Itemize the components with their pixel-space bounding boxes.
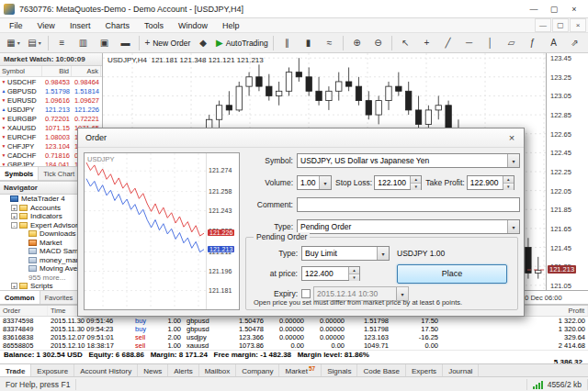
symbol-select[interactable]: USDJPY, US Dollar vs Japanese Yen ▾ [297, 153, 520, 168]
chevron-down-icon[interactable]: ▾ [319, 176, 331, 189]
metaeditor-button[interactable]: ◆ [193, 34, 214, 52]
spin-down-icon[interactable]: ▾ [503, 184, 514, 190]
tab-tick-chart[interactable]: Tick Chart [39, 167, 80, 180]
menu-item-window[interactable]: Window [171, 18, 215, 32]
zoom-out-button[interactable]: ⊖ [368, 34, 389, 52]
minimize-icon[interactable]: — [524, 2, 544, 17]
tab-signals[interactable]: Signals [322, 364, 357, 377]
expand-toggle-icon[interactable]: - [11, 222, 17, 229]
arrows-button[interactable]: ⇗ [564, 34, 585, 52]
spin-down-icon[interactable]: ▾ [349, 274, 359, 281]
comment-input[interactable] [297, 197, 520, 212]
terminal-icon: ▬ [121, 39, 130, 48]
volume-select[interactable]: 1.00 ▾ [297, 175, 332, 190]
market-watch-row-eurgbp[interactable]: ▼EURGBP0.722010.72221 [0, 114, 102, 123]
tab-favorites[interactable]: Favorites [40, 291, 79, 304]
expand-toggle-icon[interactable]: + [11, 213, 17, 219]
expand-toggle-icon[interactable]: + [11, 283, 17, 289]
chevron-down-icon[interactable]: ▾ [507, 220, 519, 233]
market-watch-row-gbpusd[interactable]: ▲GBPUSD1.517981.51814 [0, 86, 102, 95]
bid-value: 1.08003 [42, 133, 72, 141]
menu-item-view[interactable]: View [30, 18, 62, 32]
spin-up-icon[interactable]: ▴ [411, 176, 421, 184]
tab-trade[interactable]: Trade [0, 364, 31, 377]
chevron-down-icon[interactable]: ▾ [507, 154, 519, 167]
pending-type-select[interactable]: Buy Limit ▾ [301, 246, 390, 261]
stop-loss-input[interactable]: 122.100 ▴▾ [374, 175, 422, 190]
menu-item-insert[interactable]: Insert [62, 18, 98, 32]
autotrading-button[interactable]: ▶AutoTrading [214, 34, 270, 52]
tab-company[interactable]: Company [236, 364, 279, 377]
vertical-line-button[interactable]: │ [480, 34, 501, 52]
tab-experts[interactable]: Experts [406, 364, 443, 377]
candlestick-chart-button[interactable]: ▮ [298, 34, 319, 52]
profiles-button[interactable]: ▤▾ [24, 34, 45, 52]
bid-value: 1.09616 [42, 96, 72, 105]
close-icon[interactable]: × [564, 2, 584, 17]
new-chart-button[interactable]: ▦▾ [3, 34, 24, 52]
fibonacci-button[interactable]: ƒ [522, 34, 543, 52]
close-icon[interactable]: × [500, 129, 524, 147]
order-type-select[interactable]: Pending Order ▾ [297, 219, 520, 234]
text-button[interactable]: A [543, 34, 564, 52]
new-order-icon: + [144, 39, 150, 48]
tab-symbols[interactable]: Symbols [0, 167, 39, 180]
child-minimize-icon[interactable]: — [535, 18, 551, 32]
expand-toggle-icon[interactable]: + [11, 205, 17, 211]
menu-item-tools[interactable]: Tools [137, 18, 171, 32]
tab-label: Market [285, 367, 307, 375]
market-watch-row-usdchf[interactable]: ▼USDCHF0.984530.98464 [0, 77, 102, 86]
cursor-button[interactable]: ↖ [395, 34, 416, 52]
line-chart-button[interactable]: ≈ [319, 34, 340, 52]
crosshair-button[interactable]: + [416, 34, 437, 52]
navigator-button[interactable]: ▣ [94, 34, 115, 52]
spin-up-icon[interactable]: ▴ [503, 176, 514, 184]
market-watch-column-symbol[interactable]: Symbol [0, 66, 42, 76]
tab-common[interactable]: Common [0, 291, 40, 304]
order-dialog-titlebar[interactable]: Order × [78, 128, 524, 148]
tab-account-history[interactable]: Account History [74, 364, 138, 377]
tab-mailbox[interactable]: Mailbox [199, 364, 237, 377]
market-watch-row-usdjpy[interactable]: ▲USDJPY121.213121.226 [0, 105, 102, 114]
spin-down-icon[interactable]: ▾ [411, 184, 421, 190]
child-close-icon[interactable]: × [570, 18, 586, 32]
trades-table-rows: 833745982015.11.30 09:51:46buy1.00gbpusd… [0, 317, 588, 350]
at-price-input[interactable]: 122.400 ▴▾ [301, 266, 360, 281]
trendline-icon: ╱ [445, 39, 450, 48]
titlebar[interactable]: 7630776: MetaQuotes-Demo - Demo Account … [0, 0, 588, 18]
market-watch-row-eurusd[interactable]: ▼EURUSD1.096161.09627 [0, 95, 102, 105]
menu-item-help[interactable]: Help [215, 18, 247, 32]
menu-item-file[interactable]: File [2, 18, 30, 32]
zoom-in-button[interactable]: ⊕ [346, 34, 368, 52]
market-watch-column-bid[interactable]: Bid [42, 66, 72, 76]
terminal-button[interactable]: ▬ [115, 34, 136, 52]
data-window-button[interactable]: ▥ [73, 34, 94, 52]
market-watch-title: Market Watch: 10:00:09 [0, 53, 102, 66]
column-header-order-0[interactable]: Order [0, 306, 48, 316]
tab-alerts[interactable]: Alerts [168, 364, 198, 377]
child-restore-icon[interactable]: ▢ [552, 18, 569, 32]
tab-market[interactable]: Market57 [279, 364, 322, 377]
trendline-button[interactable]: ╱ [437, 34, 458, 52]
market-icon [28, 240, 37, 246]
tab-exposure[interactable]: Exposure [31, 364, 74, 377]
tab-news[interactable]: News [138, 364, 168, 377]
equidistant-channel-button[interactable]: ▱ [501, 34, 522, 52]
chevron-down-icon[interactable]: ▾ [377, 247, 389, 260]
new-order-button[interactable]: +New Order [142, 34, 193, 52]
tab-code-base[interactable]: Code Base [357, 364, 406, 377]
take-profit-input[interactable]: 122.900 ▴▾ [467, 175, 514, 190]
spin-up-icon[interactable]: ▴ [349, 267, 359, 274]
trade-row[interactable]: 865588052015.12.10 18:38:17sell1.00xauus… [0, 341, 588, 350]
arrows-icon: ⇗ [571, 39, 578, 48]
horizontal-line-button[interactable]: ─ [458, 34, 480, 52]
comment-input-field[interactable] [298, 197, 519, 212]
market-watch-button[interactable]: ≡ [51, 34, 73, 52]
expiry-checkbox[interactable] [301, 289, 311, 298]
tab-journal[interactable]: Journal [443, 364, 479, 377]
menu-item-charts[interactable]: Charts [97, 18, 137, 32]
restore-icon[interactable]: ▢ [544, 2, 564, 17]
place-button[interactable]: Place [397, 264, 507, 284]
market-watch-column-ask[interactable]: Ask [72, 66, 101, 76]
bar-chart-button[interactable]: ∥ [277, 34, 298, 52]
